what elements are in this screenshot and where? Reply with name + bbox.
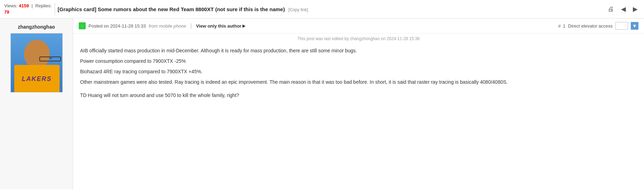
elevator-label: Direct elevator access	[568, 23, 613, 29]
pipe-separator: |	[190, 23, 192, 29]
post-line-4: Other mainstream games were also tested.…	[80, 78, 637, 87]
page-wrapper: Views: 4159 | Replies: 79 [Graphics card…	[0, 0, 644, 194]
avatar-glasses	[39, 57, 61, 61]
separator: |	[30, 3, 34, 9]
post-number-hash: #	[558, 23, 561, 29]
thread-title: [Graphics card] Some rumors about the ne…	[58, 6, 603, 12]
header-divider	[55, 3, 55, 15]
replies-count: 79	[4, 9, 9, 15]
main-content: zhangzhonghao LAKERS ↑	[0, 18, 644, 189]
print-button[interactable]: 🖨	[606, 5, 616, 14]
username: zhangzhonghao	[18, 24, 55, 30]
views-count: 4159	[19, 3, 29, 9]
jersey-text: LAKERS	[22, 75, 52, 83]
mobile-phone-icon: ↑	[79, 22, 86, 29]
avatar-head	[24, 40, 50, 68]
post-body: AIB officially started mass production i…	[73, 43, 644, 109]
elevator-input[interactable]	[615, 22, 628, 30]
forward-button[interactable]: ▶	[631, 5, 640, 14]
post-line-1: AIB officially started mass production i…	[80, 47, 637, 55]
user-sidebar: zhangzhonghao LAKERS	[0, 18, 73, 189]
post-edit-note: This post was last edited by zhangzhongh…	[73, 33, 644, 43]
elevator-button[interactable]: ▼	[631, 22, 638, 30]
replies-label: Replies:	[36, 3, 52, 9]
view-author-link[interactable]: View only this author ▶	[196, 23, 246, 29]
post-source: from mobile phone	[149, 23, 186, 29]
view-author-arrow: ▶	[242, 24, 245, 28]
post-line-5: TD Huang will not turn around and use 50…	[80, 91, 637, 100]
post-line-3: Biohazard 4RE ray tracing compared to 79…	[80, 68, 637, 76]
header-stats: Views: 4159 | Replies: 79	[4, 3, 52, 15]
post-line-2: Power consumption compared to 7900XTX -2…	[80, 57, 637, 66]
header-actions: 🖨 ◀ ▶	[606, 5, 640, 14]
copy-link[interactable]: [Copy link]	[288, 7, 308, 12]
post-number: 1	[563, 23, 565, 29]
header-bar: Views: 4159 | Replies: 79 [Graphics card…	[0, 0, 644, 18]
post-number-area: # 1	[558, 23, 565, 29]
view-author-text: View only this author	[196, 23, 242, 29]
views-label: Views:	[4, 3, 17, 9]
post-date: Posted on 2024-11-28 15:33	[88, 23, 146, 29]
avatar-jersey: LAKERS	[14, 65, 60, 92]
post-meta-bar: ↑ Posted on 2024-11-28 15:33 from mobile…	[73, 18, 644, 33]
avatar: LAKERS	[11, 33, 63, 92]
back-button[interactable]: ◀	[619, 5, 628, 14]
post-area: ↑ Posted on 2024-11-28 15:33 from mobile…	[73, 18, 644, 189]
avatar-wrapper: LAKERS	[10, 33, 63, 92]
